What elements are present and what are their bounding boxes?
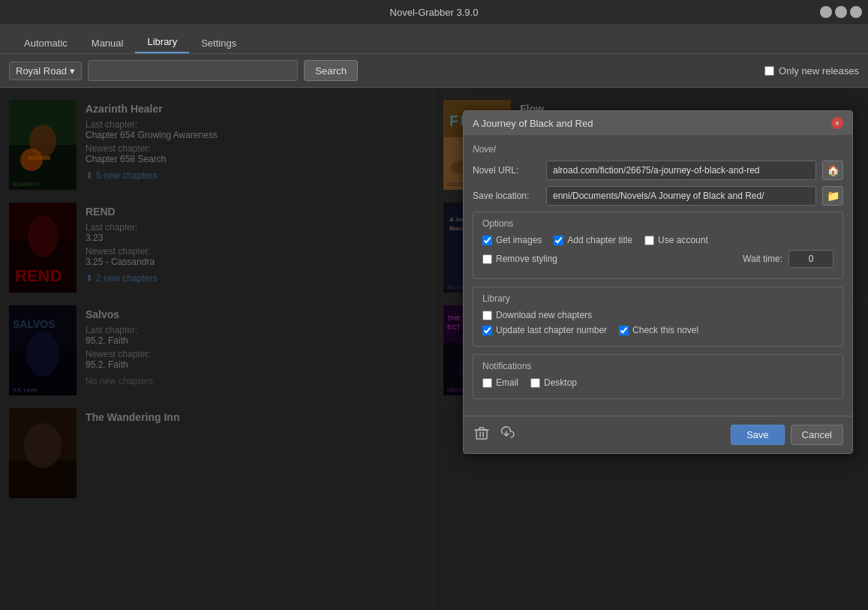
notifications-title: Notifications [482, 361, 833, 371]
title-bar: Novel-Grabber 3.9.0 [0, 0, 868, 24]
library-title: Library [482, 293, 833, 304]
window-controls [820, 6, 862, 18]
novel-url-input[interactable] [546, 161, 816, 180]
search-button[interactable]: Search [304, 60, 358, 81]
check-novel-text: Check this novel [632, 325, 698, 335]
modal-body: Novel Novel URL: 🏠 Save location: 📁 Opti… [464, 135, 852, 416]
app-title: Novel-Grabber 3.9.0 [390, 7, 479, 18]
library-group: Library Download new chapters Update las… [473, 287, 843, 347]
delete-button[interactable] [473, 424, 491, 446]
desktop-checkbox[interactable] [530, 378, 540, 388]
wait-time-row: Wait time: [743, 250, 833, 268]
get-images-text: Get images [496, 235, 542, 245]
only-new-releases-label: Only new releases [779, 65, 859, 77]
download-new-checkbox[interactable] [482, 311, 492, 320]
wait-time-input[interactable] [788, 250, 833, 268]
email-label[interactable]: Email [482, 377, 518, 388]
footer-right: Save Cancel [731, 425, 843, 445]
open-url-button[interactable]: 🏠 [822, 161, 843, 180]
download-new-label[interactable]: Download new chapters [482, 310, 592, 320]
close-button[interactable] [850, 6, 862, 18]
source-label: Royal Road [16, 65, 67, 77]
get-images-label[interactable]: Get images [482, 235, 542, 245]
remove-styling-checkbox[interactable] [482, 254, 492, 264]
update-last-chapter-text: Update last chapter number [496, 325, 607, 335]
dropdown-arrow: ▾ [70, 65, 75, 77]
desktop-label[interactable]: Desktop [530, 377, 577, 388]
desktop-text: Desktop [544, 377, 577, 388]
get-images-checkbox[interactable] [482, 236, 492, 245]
options-row-1: Get images Add chapter title Use account [482, 235, 833, 245]
update-last-chapter-checkbox[interactable] [482, 326, 492, 335]
nav-bar: Automatic Manual Library Settings [0, 24, 868, 54]
svg-rect-39 [476, 430, 487, 439]
modal-close-button[interactable]: × [831, 117, 843, 129]
source-dropdown[interactable]: Royal Road ▾ [9, 62, 82, 80]
toolbar: Royal Road ▾ Search Only new releases [0, 54, 868, 88]
options-row-2: Remove styling Wait time: [482, 250, 833, 268]
modal-title: A Journey of Black and Red [473, 118, 593, 129]
add-chapter-title-checkbox[interactable] [554, 236, 563, 245]
save-button[interactable]: Save [731, 425, 785, 445]
remove-styling-text: Remove styling [496, 254, 557, 264]
footer-left [473, 424, 516, 446]
maximize-button[interactable] [835, 6, 847, 18]
download-new-text: Download new chapters [496, 310, 592, 320]
use-account-text: Use account [658, 235, 708, 245]
modal-footer: Save Cancel [464, 416, 852, 453]
only-new-releases-group: Only new releases [764, 65, 859, 77]
email-checkbox[interactable] [482, 378, 492, 388]
options-group: Options Get images Add chapter title [473, 212, 843, 279]
notifications-group: Notifications Email Desktop [473, 354, 843, 399]
modal-header: A Journey of Black and Red × [464, 111, 852, 135]
minimize-button[interactable] [820, 6, 832, 18]
modal-overlay: A Journey of Black and Red × Novel Novel… [0, 88, 868, 610]
save-location-label: Save location: [473, 191, 540, 201]
library-row-2: Update last chapter number Check this no… [482, 325, 833, 335]
check-novel-label[interactable]: Check this novel [619, 325, 698, 335]
check-novel-checkbox[interactable] [619, 326, 629, 335]
use-account-label[interactable]: Use account [644, 235, 708, 245]
modal-journey: A Journey of Black and Red × Novel Novel… [463, 110, 853, 454]
update-last-chapter-label[interactable]: Update last chapter number [482, 325, 607, 335]
cancel-button[interactable]: Cancel [791, 425, 843, 445]
novel-section-label: Novel [473, 144, 843, 155]
email-text: Email [496, 377, 518, 388]
search-input[interactable] [88, 60, 298, 81]
browse-folder-button[interactable]: 📁 [822, 186, 843, 206]
novel-url-row: Novel URL: 🏠 [473, 161, 843, 180]
library-row-1: Download new chapters [482, 310, 833, 320]
library-content: AZARINTH Azarinth Healer Last chapter: C… [0, 88, 868, 610]
add-chapter-title-text: Add chapter title [567, 235, 632, 245]
novel-url-label: Novel URL: [473, 165, 540, 176]
tab-manual[interactable]: Manual [80, 33, 136, 53]
remove-styling-label[interactable]: Remove styling [482, 254, 557, 264]
use-account-checkbox[interactable] [644, 236, 654, 245]
download-cloud-button[interactable] [497, 424, 516, 446]
tab-library[interactable]: Library [135, 32, 189, 53]
tab-automatic[interactable]: Automatic [12, 33, 80, 53]
save-location-input[interactable] [546, 186, 816, 206]
options-title: Options [482, 218, 833, 229]
save-location-row: Save location: 📁 [473, 186, 843, 206]
only-new-releases-checkbox[interactable] [764, 66, 774, 76]
wait-time-label: Wait time: [743, 254, 782, 264]
notifications-row: Email Desktop [482, 377, 833, 388]
add-chapter-title-label[interactable]: Add chapter title [554, 235, 632, 245]
tab-settings[interactable]: Settings [189, 33, 248, 53]
